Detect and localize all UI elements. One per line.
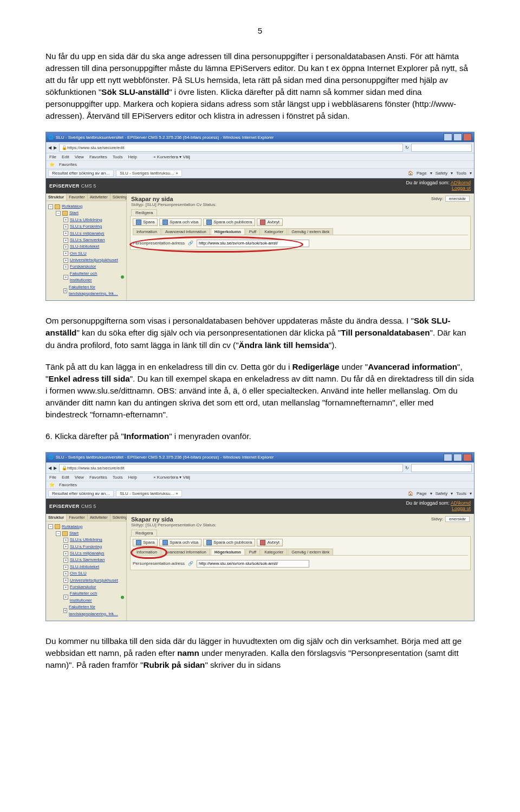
login-name[interactable]: AD\komd — [451, 500, 471, 506]
rtool-tools[interactable]: Tools — [456, 491, 466, 496]
rtool-page[interactable]: Page — [417, 491, 427, 496]
lock-icon: 🔒 — [62, 466, 67, 471]
globe-icon: 🌐 — [48, 455, 54, 460]
tab-genvag[interactable]: Genväg / extern länk — [288, 228, 333, 235]
spara-button[interactable]: Spara — [133, 539, 158, 546]
valj[interactable]: Välj — [183, 154, 190, 159]
menu-file[interactable]: File — [49, 154, 56, 159]
highlighted-field: Personpresentation-adress 🔗 — [133, 240, 468, 247]
home-icon[interactable]: 🏠 — [408, 171, 413, 176]
spara-visa-button[interactable]: Spara och visa — [159, 218, 202, 226]
close-button[interactable] — [463, 454, 472, 461]
close-button[interactable] — [463, 133, 472, 141]
menu-tools[interactable]: Tools — [113, 475, 123, 480]
menu-favorites[interactable]: Favorites — [89, 475, 107, 480]
url-input[interactable] — [197, 240, 309, 247]
logout-link[interactable]: Logga ut — [452, 506, 471, 511]
browser-tab-1b[interactable]: Resultat efter sökning av an… — [48, 490, 114, 497]
back-icon[interactable]: ◀ — [48, 466, 51, 471]
lock-icon: 🔒 — [62, 145, 67, 150]
tab-puff[interactable]: Puff — [245, 549, 260, 555]
maximize-button[interactable] — [453, 133, 462, 141]
tab-kategorier[interactable]: Kategorier — [261, 228, 287, 235]
tab-hogerkolumn[interactable]: Högerkolumn — [211, 228, 245, 235]
tab-kategorier[interactable]: Kategorier — [261, 549, 287, 555]
forward-icon[interactable]: ▶ — [54, 466, 57, 471]
tab-avancerad[interactable]: Avancerad information — [161, 228, 210, 235]
sidvy-select-2[interactable]: enerskär — [445, 516, 470, 522]
menu-view[interactable]: View — [75, 154, 84, 159]
ie-search-input-2[interactable] — [411, 464, 472, 472]
sidvy-select[interactable]: enerskär — [445, 196, 470, 202]
side-tab-favoriter[interactable]: Favoriter — [67, 194, 88, 201]
konvertera[interactable]: Konvertera — [157, 475, 178, 480]
side-tab-aktiviteter[interactable]: Aktiviteter — [88, 194, 110, 201]
menu-tools[interactable]: Tools — [113, 154, 123, 159]
minimize-button[interactable] — [444, 454, 452, 461]
rtool-page[interactable]: Page — [417, 171, 427, 176]
spara-visa-button[interactable]: Spara och visa — [159, 539, 202, 546]
spara-publicera-button[interactable]: Spara och publicera — [203, 539, 255, 546]
tab-genvag[interactable]: Genväg / extern länk — [288, 549, 333, 555]
menu-favorites[interactable]: Favorites — [89, 154, 107, 159]
field-row-2: Personpresentation-adress 🔗 — [133, 560, 468, 568]
browser-tab-2[interactable]: SLU - Sveriges lantbruksu… × — [116, 170, 182, 177]
tree-item: +Forskarskolor — [63, 584, 124, 590]
side-tab-struktur[interactable]: Struktur — [46, 194, 67, 201]
tree-start[interactable]: Start — [69, 210, 79, 216]
konvertera[interactable]: Konvertera — [157, 154, 178, 159]
minimize-button[interactable] — [444, 133, 452, 141]
tree-root[interactable]: Rotkatalog — [62, 203, 82, 210]
tab-avancerad[interactable]: Avancerad information — [161, 549, 210, 555]
side-tab-favoriter[interactable]: Favoriter — [67, 514, 88, 521]
chain-icon[interactable]: 🔗 — [188, 241, 193, 246]
tree-start[interactable]: Start — [69, 530, 79, 537]
tree-root[interactable]: Rotkatalog — [62, 524, 82, 530]
screenshot-1: 🌐 SLU - Sveriges lantbruksuniversitet - … — [46, 132, 474, 301]
spara-button[interactable]: Spara — [133, 218, 158, 226]
side-tab-struktur[interactable]: Struktur — [46, 514, 67, 521]
forward-icon[interactable]: ▶ — [54, 145, 57, 150]
back-icon[interactable]: ◀ — [48, 145, 51, 150]
menu-edit[interactable]: Edit — [62, 154, 69, 159]
browser-tab-1[interactable]: Resultat efter sökning av an… — [48, 170, 114, 177]
ie-titlebar-2: 🌐 SLU - Sveriges lantbruksuniversitet - … — [46, 453, 474, 462]
favorites-star-icon[interactable]: ⭐ — [49, 162, 55, 167]
avbryt-button[interactable]: Avbryt — [257, 539, 283, 546]
logout-link[interactable]: Logga ut — [452, 185, 471, 191]
login-name[interactable]: AD\komd — [451, 180, 471, 185]
tab-puff[interactable]: Puff — [245, 228, 260, 235]
rtool-safety[interactable]: Safety — [435, 171, 448, 176]
menu-edit[interactable]: Edit — [62, 475, 69, 480]
menu-view[interactable]: View — [75, 475, 84, 480]
redigera-tab-2[interactable]: Redigera — [131, 530, 157, 536]
redigera-tab[interactable]: Redigera — [131, 209, 157, 216]
tab-hogerkolumn[interactable]: Högerkolumn — [211, 549, 245, 555]
menu-file[interactable]: File — [49, 475, 56, 480]
tab-information[interactable]: Information — [133, 228, 161, 235]
maximize-button[interactable] — [453, 454, 462, 461]
ie-menubar: File Edit View Favorites Tools Help × Ko… — [46, 153, 474, 161]
url-input-2[interactable] — [197, 560, 309, 568]
chain-icon[interactable]: 🔗 — [188, 561, 193, 566]
refresh-icon[interactable]: ↻ — [405, 466, 409, 471]
tree-item: +SLU:s Forskning — [63, 223, 124, 230]
valj[interactable]: Välj — [183, 475, 190, 480]
address-bar-2[interactable]: 🔒 https://www.slu.se/secure/edit — [59, 464, 403, 472]
rtool-safety[interactable]: Safety — [435, 491, 448, 496]
home-icon[interactable]: 🏠 — [408, 491, 413, 496]
menu-help[interactable]: Help — [128, 154, 136, 159]
tab-information-highlighted[interactable]: Information — [133, 549, 161, 555]
spara-publicera-button[interactable]: Spara och publicera — [203, 218, 255, 226]
tree-item: +Om SLU — [63, 250, 124, 257]
side-tab-aktiviteter[interactable]: Aktiviteter — [88, 514, 110, 521]
tree-item: +SLU:s Forskning — [63, 544, 124, 550]
address-bar[interactable]: 🔒 https://www.slu.se/secure/edit — [59, 144, 403, 152]
favorites-star-icon[interactable]: ⭐ — [49, 482, 55, 487]
rtool-tools[interactable]: Tools — [456, 171, 466, 176]
browser-tab-2b[interactable]: SLU - Sveriges lantbruksu… × — [116, 490, 182, 497]
menu-help[interactable]: Help — [128, 475, 136, 480]
refresh-icon[interactable]: ↻ — [405, 145, 409, 150]
avbryt-button[interactable]: Avbryt — [257, 218, 283, 226]
ie-search-input[interactable] — [411, 144, 472, 152]
